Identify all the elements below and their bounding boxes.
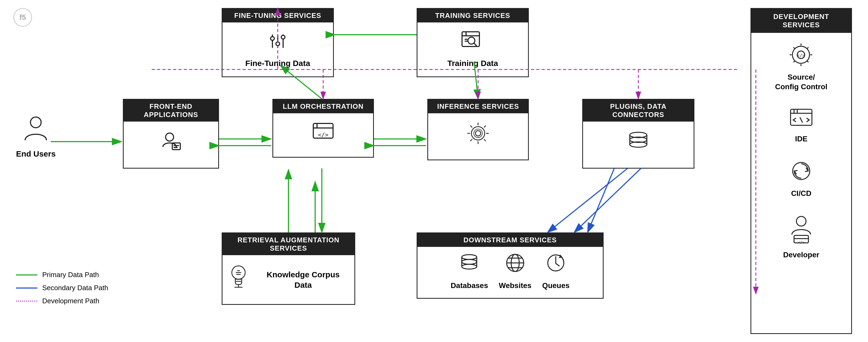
frontend-header: FRONT-END APPLICATIONS	[124, 100, 218, 122]
diagram-container: f5 FINE-TUNING SERVICES Fine-Tuning Data…	[0, 0, 868, 342]
websites-icon	[504, 252, 526, 279]
fine-tuning-label: Fine-Tuning Data	[245, 58, 310, 68]
inference-box: INFERENCE SERVICES	[427, 99, 529, 160]
svg-point-1	[271, 37, 274, 40]
downstream-items: Databases Websites	[417, 247, 603, 298]
llm-body: </>	[273, 113, 373, 157]
legend-secondary-line	[16, 287, 37, 288]
frontend-icon	[160, 130, 182, 157]
dev-ide: IDE	[789, 108, 813, 144]
svg-line-29	[484, 139, 486, 141]
svg-text:</>: </>	[798, 240, 804, 244]
svg-line-63	[807, 61, 808, 62]
legend-primary: Primary Data Path	[16, 271, 108, 279]
plugins-icon	[626, 130, 650, 157]
svg-point-23	[475, 131, 481, 136]
end-users: End Users	[16, 115, 56, 158]
svg-text:</>: </>	[797, 53, 805, 58]
dev-services-panel: DEVELOPMENT SERVICES	[750, 8, 852, 334]
end-users-icon	[24, 115, 48, 147]
ide-label: IDE	[795, 134, 808, 144]
llm-box: LLM ORCHESTRATION </>	[272, 99, 374, 158]
plugins-header: PLUGINS, DATA CONNECTORS	[583, 100, 693, 122]
training-header: TRAINING SERVICES	[417, 9, 528, 23]
svg-line-31	[470, 139, 472, 141]
svg-line-10	[474, 43, 477, 46]
svg-line-65	[794, 61, 795, 62]
retrieval-body: Knowledge Corpus Data	[222, 255, 354, 304]
retrieval-label: Knowledge Corpus Data	[257, 269, 349, 290]
ide-icon	[789, 108, 813, 131]
training-label: Training Data	[447, 58, 498, 68]
legend-dev-text: Development Path	[42, 297, 99, 305]
dev-source-config: </> Source/Config Control	[775, 43, 828, 92]
legend-primary-line	[16, 274, 37, 276]
svg-point-5	[281, 35, 285, 39]
training-body: Training Data	[417, 23, 528, 76]
legend-primary-text: Primary Data Path	[42, 271, 99, 279]
inference-header: INFERENCE SERVICES	[428, 100, 528, 113]
retrieval-icon	[228, 263, 249, 293]
svg-point-45	[462, 255, 477, 259]
fine-tuning-header: FINE-TUNING SERVICES	[222, 9, 333, 23]
svg-line-28	[470, 126, 472, 127]
svg-line-30	[484, 126, 486, 127]
downstream-box: DOWNSTREAM SERVICES Databases	[416, 232, 603, 299]
svg-line-93	[548, 168, 628, 232]
dev-services-header: DEVELOPMENT SERVICES	[751, 9, 851, 33]
databases-icon	[459, 252, 480, 279]
training-icon	[461, 30, 485, 55]
inference-body	[428, 113, 528, 159]
developer-label: Developer	[783, 250, 819, 260]
svg-line-64	[807, 47, 808, 49]
plugins-body	[583, 122, 693, 168]
inference-icon	[466, 121, 490, 148]
downstream-databases: Databases	[451, 252, 488, 290]
databases-label: Databases	[451, 281, 488, 290]
developer-icon: </>	[789, 215, 813, 247]
svg-point-22	[471, 127, 485, 140]
retrieval-header: RETRIEVAL AUGMENTATION SERVICES	[222, 233, 354, 255]
fine-tuning-body: Fine-Tuning Data	[222, 23, 333, 76]
svg-point-13	[30, 117, 41, 128]
svg-line-62	[794, 47, 795, 49]
source-config-label: Source/Config Control	[775, 72, 828, 92]
legend-dev-line	[16, 301, 37, 302]
frontend-box: FRONT-END APPLICATIONS	[123, 99, 219, 168]
svg-point-14	[165, 133, 174, 141]
fine-tuning-services-box: FINE-TUNING SERVICES Fine-Tuning Data	[222, 8, 334, 77]
dev-developer: </> Developer	[783, 215, 819, 260]
legend-secondary-text: Secondary Data Path	[42, 284, 108, 292]
plugins-box: PLUGINS, DATA CONNECTORS	[582, 99, 694, 168]
frontend-body	[124, 122, 218, 168]
svg-point-47	[462, 264, 477, 269]
sliders-icon	[267, 30, 288, 55]
dev-cicd: CI/CD	[790, 160, 813, 198]
training-services-box: TRAINING SERVICES Training Data	[416, 8, 529, 77]
svg-line-92	[588, 168, 614, 232]
svg-point-3	[276, 42, 280, 46]
svg-point-73	[797, 216, 806, 226]
websites-label: Websites	[499, 281, 531, 290]
f5-logo: f5	[13, 8, 32, 27]
llm-icon: </>	[311, 121, 335, 146]
llm-header: LLM ORCHESTRATION	[273, 100, 373, 113]
end-users-label: End Users	[16, 149, 56, 158]
downstream-websites: Websites	[499, 252, 531, 290]
dev-services-body: </> Source/Config Control	[751, 33, 851, 270]
svg-text:</>: </>	[318, 131, 329, 138]
svg-point-46	[462, 259, 477, 264]
cicd-label: CI/CD	[791, 189, 811, 198]
downstream-queues: Queues	[542, 252, 570, 290]
legend-dev: Development Path	[16, 297, 108, 305]
legend-secondary: Secondary Data Path	[16, 284, 108, 292]
source-config-icon: </>	[790, 43, 812, 70]
downstream-header: DOWNSTREAM SERVICES	[417, 233, 603, 247]
svg-line-94	[574, 168, 641, 232]
svg-line-71	[800, 117, 803, 123]
queues-icon	[545, 252, 566, 279]
retrieval-box: RETRIEVAL AUGMENTATION SERVICES Knowledg…	[222, 232, 355, 305]
cicd-icon	[790, 160, 813, 186]
legend: Primary Data Path Secondary Data Path De…	[16, 271, 108, 310]
queues-label: Queues	[542, 281, 570, 290]
